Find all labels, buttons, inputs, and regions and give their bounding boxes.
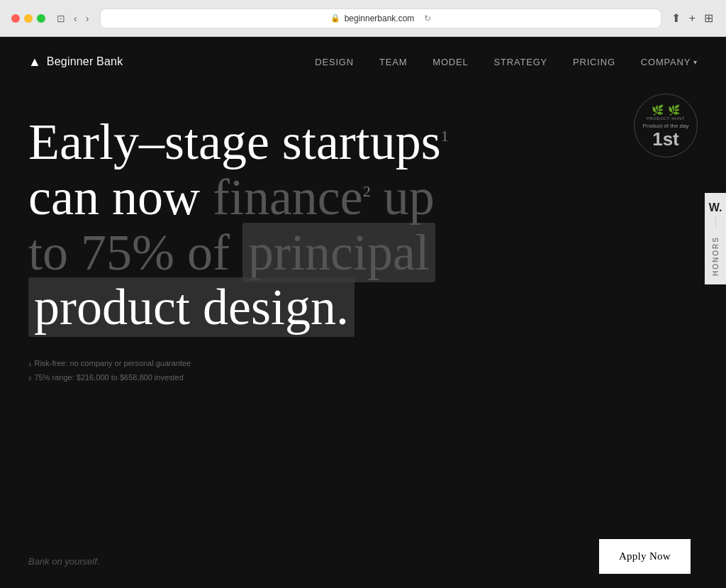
sup-2: 2 <box>363 182 371 200</box>
headline-text-3a: to 75% of <box>28 224 242 281</box>
headline-line1: Early–stage startups1 <box>28 115 454 170</box>
headline-line3: to 75% of principal <box>28 226 454 281</box>
fullscreen-button[interactable] <box>37 14 45 23</box>
apply-now-button[interactable]: Apply Now <box>599 539 691 574</box>
lock-icon: 🔒 <box>330 13 340 23</box>
sup-1: 1 <box>441 127 449 145</box>
close-button[interactable] <box>11 14 20 23</box>
url-text: beginnerbank.com <box>345 13 415 23</box>
window-tile-button[interactable]: ⊡ <box>54 11 68 26</box>
footnote-1: 1 Risk-free: no company or personal guar… <box>28 357 698 371</box>
nav-strategy[interactable]: STRATEGY <box>494 57 548 67</box>
navbar: ▲ Beginner Bank DESIGN TEAM MODEL STRATE… <box>0 37 726 87</box>
footnote-2: 2 75% range: $216,000 to $658,800 invest… <box>28 371 698 385</box>
logo-icon: ▲ <box>28 55 41 70</box>
back-button[interactable]: ‹ <box>71 11 80 26</box>
headline-text-2b: finance <box>213 169 363 226</box>
fn-sup-2: 2 <box>28 374 31 384</box>
headline-highlight-principal: principal <box>242 223 435 282</box>
refresh-icon[interactable]: ↻ <box>424 13 431 23</box>
share-button[interactable]: ⬆ <box>670 10 682 26</box>
address-bar[interactable]: 🔒 beginnerbank.com ↻ <box>100 9 661 28</box>
forward-button[interactable]: › <box>83 11 92 26</box>
headline-text-2a: can now <box>28 169 213 226</box>
website: ▲ Beginner Bank DESIGN TEAM MODEL STRATE… <box>0 37 726 588</box>
tab-overview-button[interactable]: ⊞ <box>703 10 715 26</box>
headline-text-2c: up <box>371 169 435 226</box>
headline-line2: can now finance2 up <box>28 170 454 226</box>
nav-model[interactable]: MODEL <box>432 57 468 67</box>
headline-highlight-product: product design. <box>28 277 354 337</box>
logo-area[interactable]: ▲ Beginner Bank <box>28 55 123 70</box>
footnotes: 1 Risk-free: no company or personal guar… <box>28 357 698 385</box>
hero-section: Early–stage startups1 can now finance2 u… <box>0 87 726 385</box>
headline-line4: product design. <box>28 280 454 335</box>
fn-text-1: Risk-free: no company or personal guaran… <box>34 357 191 371</box>
footer-tagline: Bank on yourself. <box>28 556 99 567</box>
fn-sup-1: 1 <box>28 360 31 370</box>
hero-headline: Early–stage startups1 can now finance2 u… <box>28 115 454 335</box>
nav-design[interactable]: DESIGN <box>315 57 354 67</box>
browser-actions: ⬆ + ⊞ <box>670 10 715 26</box>
chevron-down-icon: ▾ <box>693 58 698 66</box>
browser-controls: ⊡ ‹ › <box>54 11 91 26</box>
nav-links: DESIGN TEAM MODEL STRATEGY PRICING COMPA… <box>315 57 698 67</box>
new-tab-button[interactable]: + <box>688 11 697 26</box>
logo-text: Beginner Bank <box>47 55 123 68</box>
fn-text-2: 75% range: $216,000 to $658,800 invested <box>34 371 183 385</box>
minimize-button[interactable] <box>24 14 33 23</box>
traffic-lights <box>11 14 45 23</box>
nav-company[interactable]: COMPANY ▾ <box>641 57 698 67</box>
nav-team[interactable]: TEAM <box>379 57 407 67</box>
nav-pricing[interactable]: PRICING <box>573 57 615 67</box>
tagline-text: Bank on yourself. <box>28 556 99 567</box>
browser-chrome: ⊡ ‹ › 🔒 beginnerbank.com ↻ ⬆ + ⊞ <box>0 0 726 37</box>
headline-text-1: Early–stage startups <box>28 113 441 170</box>
